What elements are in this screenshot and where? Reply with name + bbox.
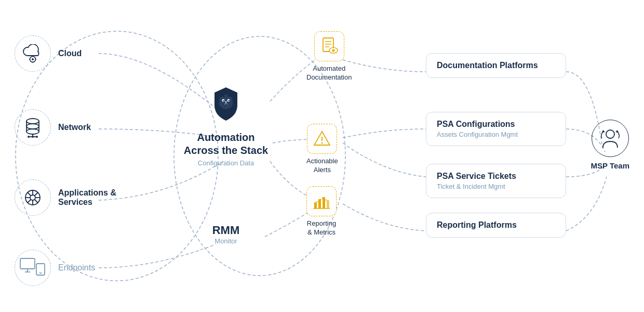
endpoints-label: Endpoints (58, 263, 95, 272)
psa-config-title: PSA Configurations (437, 120, 555, 129)
svg-point-14 (26, 129, 39, 134)
svg-rect-30 (20, 258, 35, 269)
rmm-hub: RMM Monitor (187, 224, 265, 245)
svg-point-17 (28, 136, 30, 138)
mid-icon-alerts: ActionableAlerts (306, 124, 338, 175)
svg-point-53 (321, 142, 323, 144)
auto-doc-icon (320, 37, 339, 56)
right-box-doc-platforms: Documentation Platforms (426, 53, 566, 78)
reporting-icon (312, 192, 331, 211)
doc-icon-box (314, 31, 344, 61)
left-item-network: Network (15, 109, 91, 146)
cloud-label: Cloud (58, 49, 82, 58)
endpoints-icon (20, 257, 46, 278)
left-item-cloud: Cloud (15, 35, 82, 72)
svg-line-27 (35, 200, 38, 203)
svg-point-3 (32, 58, 34, 60)
doc-platforms-title: Documentation Platforms (437, 61, 555, 70)
svg-marker-61 (615, 130, 619, 133)
svg-rect-57 (327, 200, 329, 209)
cloud-icon-circle (15, 35, 51, 72)
svg-line-26 (28, 192, 31, 196)
rmm-subtitle: Monitor (187, 237, 265, 245)
msp-team: MSP Team (591, 120, 629, 170)
svg-point-11 (26, 124, 39, 129)
alerts-icon-box (307, 124, 337, 154)
msp-label: MSP Team (591, 161, 629, 170)
psa-tickets-sub: Ticket & Incident Mgmt (437, 183, 555, 190)
svg-point-50 (332, 49, 334, 52)
msp-person-icon (598, 126, 623, 151)
mid-icon-documentation: AutomatedDocumentation (306, 31, 352, 82)
hub-subtitle: Configuration Data (182, 159, 270, 167)
svg-marker-60 (602, 130, 605, 133)
svg-line-29 (28, 200, 31, 203)
network-icon-circle (15, 109, 51, 146)
lion-logo-icon (205, 83, 247, 125)
svg-point-19 (36, 136, 38, 138)
apps-icon-circle (15, 179, 51, 216)
hub-title: Automation Across the Stack (182, 131, 270, 157)
left-item-apps: Applications &Services (15, 179, 116, 216)
svg-point-8 (26, 119, 39, 124)
reporting-platforms-title: Reporting Platforms (437, 220, 555, 230)
doc-label: AutomatedDocumentation (306, 64, 352, 82)
alerts-label: ActionableAlerts (306, 157, 338, 175)
mid-icon-reporting: Reporting& Metrics (306, 186, 337, 237)
network-label: Network (58, 123, 91, 132)
svg-point-40 (223, 100, 224, 101)
left-item-endpoints: Endpoints (15, 250, 95, 286)
psa-tickets-title: PSA Service Tickets (437, 172, 555, 181)
apps-label: Applications &Services (58, 188, 116, 207)
msp-icon-circle (592, 120, 629, 157)
right-box-reporting-platforms: Reporting Platforms (426, 213, 566, 238)
cloud-gear-icon (21, 44, 44, 63)
psa-config-sub: Assets Configuration Mgmt (437, 131, 555, 138)
reporting-icon-box (306, 186, 337, 216)
endpoints-icon-circle (15, 250, 51, 286)
reporting-metrics-label: Reporting& Metrics (307, 219, 336, 237)
svg-point-41 (229, 100, 230, 101)
svg-point-59 (606, 130, 614, 138)
database-network-icon (21, 116, 44, 139)
svg-line-28 (35, 192, 38, 196)
right-box-psa-config: PSA Configurations Assets Configuration … (426, 112, 566, 146)
svg-point-18 (32, 136, 34, 138)
apps-services-icon (21, 186, 44, 209)
right-box-psa-tickets: PSA Service Tickets Ticket & Incident Mg… (426, 164, 566, 198)
rmm-title: RMM (187, 224, 265, 237)
center-hub: Automation Across the Stack Configuratio… (182, 83, 270, 167)
alerts-icon (313, 129, 331, 148)
diagram-container: Cloud Network (0, 0, 644, 312)
